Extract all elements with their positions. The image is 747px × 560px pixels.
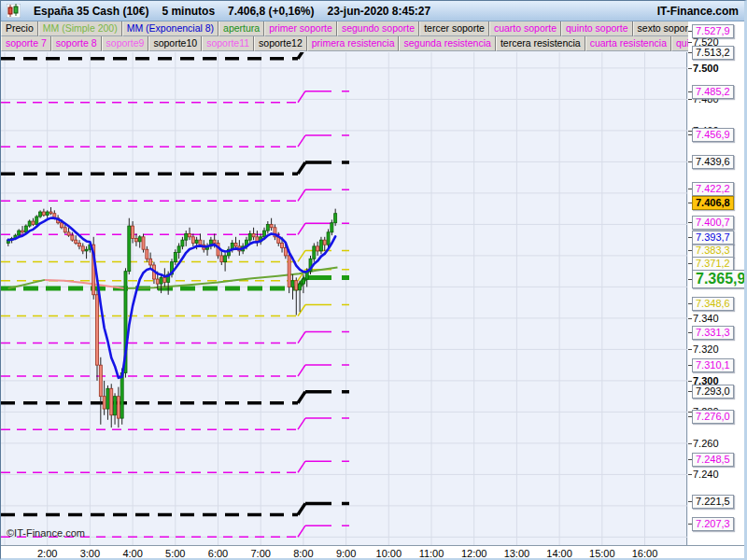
legend-item[interactable]: quinto soporte: [561, 21, 633, 36]
level-price-label: 7.248,5: [692, 453, 734, 467]
time-label: 16:00: [625, 548, 666, 559]
time-label: 12:00: [454, 548, 495, 559]
instrument-title: España 35 Cash (10€): [34, 5, 148, 18]
current-price-label: 7.406,8: [692, 196, 734, 210]
level-price-label: 7.422,2: [692, 182, 734, 196]
time-label: 2:00: [27, 548, 68, 559]
legend-item[interactable]: tercera resistencia: [496, 36, 585, 51]
last-price-change: 7.406,8 (+0,16%): [228, 5, 314, 18]
time-label: 8:00: [283, 548, 324, 559]
legend-item[interactable]: soporte10: [148, 36, 202, 51]
trading-app-window: España 35 Cash (10€) 5 minutos 7.406,8 (…: [0, 0, 747, 560]
level-price-label: 7.310,1: [692, 358, 734, 372]
time-label: 13:00: [496, 548, 537, 559]
axis-tick: [688, 443, 692, 444]
datetime-label: 23-jun-2020 8:45:27: [327, 5, 430, 18]
candles-layer: [7, 207, 336, 427]
level-price-label: 7.485,2: [692, 85, 734, 99]
price-scale-label: 7.260: [693, 438, 719, 449]
axis-tick: [688, 99, 692, 100]
legend-item[interactable]: apertura: [218, 21, 264, 36]
chart-watermark: ©IT-Finance.com: [7, 527, 85, 539]
axis-tick: [688, 474, 692, 475]
price-scale-label: 7.500: [693, 63, 719, 74]
price-scale-label: 7.320: [693, 343, 719, 355]
price-scale-label: 7.240: [693, 469, 719, 480]
legend-item[interactable]: cuarto soporte: [489, 21, 561, 36]
axis-tick: [688, 42, 692, 43]
time-label: 15:00: [582, 548, 623, 559]
legend-item[interactable]: sexto soporte: [633, 21, 689, 36]
level-price-label: 7.439,6: [692, 155, 734, 169]
level-price-label: 7.331,3: [692, 326, 734, 340]
level-price-label: 7.365,9: [692, 270, 747, 288]
legend-row-2: soporte 7soporte 8soporte9soporte10sopor…: [1, 36, 689, 51]
legend-item[interactable]: tercer soporte: [419, 21, 489, 36]
time-label: 10:00: [368, 548, 409, 559]
ema-price-label: 7.393,7: [692, 231, 734, 245]
legend-item[interactable]: segundo soporte: [337, 21, 419, 36]
level-price-label: 7.383,3: [692, 244, 734, 258]
ema8-line: [8, 218, 335, 378]
level-price-label: 7.513,2: [692, 46, 734, 60]
legend-item[interactable]: soporte 7: [1, 36, 51, 51]
time-label: 3:00: [69, 548, 110, 559]
axis-tick: [688, 349, 692, 350]
time-label: 5:00: [155, 548, 196, 559]
time-label: 9:00: [326, 548, 367, 559]
level-price-label: 7.527,9: [692, 24, 734, 38]
time-axis[interactable]: 2:003:004:005:006:007:008:009:0010:0011:…: [1, 545, 747, 560]
level-price-label: 7.293,0: [692, 385, 734, 399]
price-chart[interactable]: ©IT-Finance.com: [1, 52, 687, 545]
level-price-label: 7.456,9: [692, 128, 734, 142]
time-label: 4:00: [112, 548, 153, 559]
legend-item[interactable]: soporte11: [202, 36, 254, 51]
timeframe-label: 5 minutos: [162, 5, 215, 18]
level-price-label: 7.400,7: [692, 216, 734, 230]
chart-canvas[interactable]: [1, 52, 687, 545]
legend-item[interactable]: primera resistencia: [307, 36, 400, 51]
legend-item[interactable]: soporte12: [254, 36, 307, 51]
legend-item[interactable]: MM (Exponencial 8): [122, 21, 218, 36]
time-label: 7:00: [240, 548, 281, 559]
legend-item[interactable]: segunda resistencia: [399, 36, 495, 51]
legend-item[interactable]: Precio: [1, 21, 38, 36]
legend-item[interactable]: MM (Simple 200): [38, 21, 122, 36]
legend-item[interactable]: quinta resistencia: [671, 36, 689, 51]
legend-row-1: PrecioMM (Simple 200)MM (Exponencial 8)a…: [1, 21, 689, 36]
axis-tick: [688, 318, 692, 319]
legend-item[interactable]: primer soporte: [264, 21, 337, 36]
time-label: 14:00: [539, 548, 580, 559]
titlebar: España 35 Cash (10€) 5 minutos 7.406,8 (…: [1, 1, 744, 21]
time-label: 6:00: [198, 548, 239, 559]
legend-item[interactable]: soporte 8: [51, 36, 102, 51]
gridlines: [1, 52, 687, 545]
legend-item[interactable]: cuarta resistencia: [585, 36, 671, 51]
brand-label: IT-Finance.com: [657, 5, 739, 18]
level-price-label: 7.371,2: [692, 257, 734, 271]
price-scale-label: 7.340: [693, 313, 719, 324]
level-price-label: 7.276,0: [692, 410, 734, 424]
level-price-label: 7.207,3: [692, 517, 734, 531]
level-price-label: 7.221,5: [692, 495, 734, 509]
price-axis[interactable]: 7.5207.5007.4807.4607.3407.3207.3007.280…: [688, 21, 747, 545]
axis-tick: [688, 68, 692, 69]
axis-tick: [688, 381, 692, 382]
time-label: 11:00: [411, 548, 452, 559]
legend-item[interactable]: soporte9: [102, 36, 149, 51]
level-price-label: 7.348,6: [692, 297, 734, 311]
candlestick-icon: [7, 4, 21, 18]
